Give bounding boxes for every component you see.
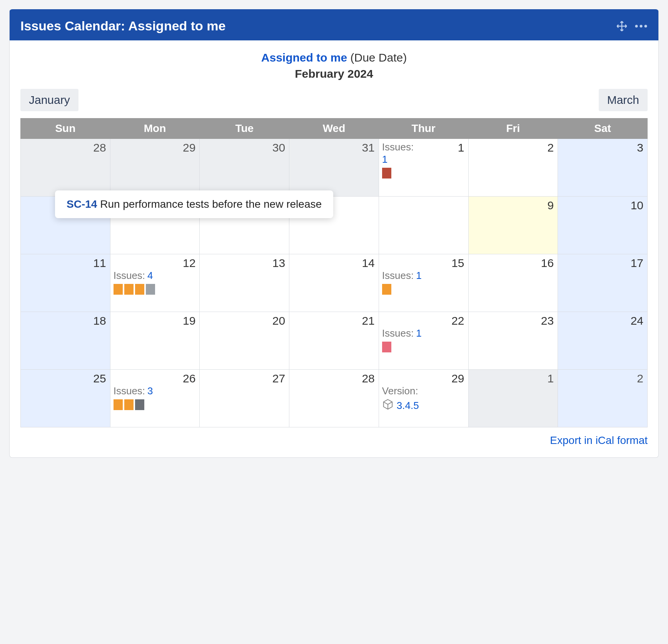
- cal-cell[interactable]: 2: [468, 139, 558, 197]
- priority-chip[interactable]: [382, 342, 391, 352]
- issues-label: Issues:: [114, 270, 145, 282]
- day-number: 20: [203, 314, 285, 327]
- priority-chip[interactable]: [146, 284, 155, 295]
- version-row[interactable]: 3.4.5: [382, 399, 464, 413]
- cal-cell[interactable]: 29 Version: 3.4.5: [379, 370, 468, 427]
- cal-cell[interactable]: 11: [21, 254, 110, 312]
- issues-count[interactable]: 1: [416, 270, 421, 282]
- day-number: 24: [561, 314, 643, 327]
- day-number: 2: [472, 141, 554, 154]
- day-number: 11: [24, 257, 106, 270]
- issues-count[interactable]: 1: [382, 153, 387, 165]
- cal-cell[interactable]: 21: [289, 312, 379, 370]
- priority-chip[interactable]: [135, 284, 144, 295]
- calendar-wrapper: Sun Mon Tue Wed Thur Fri Sat 28 29 30 31: [20, 118, 648, 427]
- day-number: 16: [472, 257, 554, 270]
- cal-cell[interactable]: 26 Issues: 3: [110, 370, 200, 427]
- day-number: 9: [472, 199, 554, 212]
- version-number[interactable]: 3.4.5: [397, 400, 419, 412]
- cal-cell[interactable]: 22 Issues: 1: [379, 312, 468, 370]
- cal-cell[interactable]: 1: [468, 370, 558, 427]
- more-icon[interactable]: [635, 24, 648, 28]
- svg-point-2: [645, 25, 647, 27]
- priority-chip[interactable]: [124, 399, 134, 410]
- cal-cell[interactable]: 23: [468, 312, 558, 370]
- next-month-button[interactable]: March: [599, 89, 648, 111]
- priority-chip[interactable]: [382, 284, 391, 295]
- cal-cell[interactable]: [379, 197, 468, 254]
- issues-line: Issues: 4: [114, 270, 196, 282]
- issues-line: Issues: 1: [382, 270, 464, 282]
- cal-cell[interactable]: 10: [558, 197, 648, 254]
- cal-cell[interactable]: 14: [289, 254, 379, 312]
- day-number: 17: [561, 257, 643, 270]
- dayhead-sun: Sun: [21, 118, 110, 139]
- priority-chip[interactable]: [124, 284, 134, 295]
- cal-cell[interactable]: 16: [468, 254, 558, 312]
- filter-link[interactable]: Assigned to me: [261, 51, 347, 64]
- day-number: 10: [561, 199, 643, 212]
- day-number: 25: [24, 372, 106, 385]
- cal-cell[interactable]: Issues: 1 1: [379, 139, 468, 197]
- export-row: Export in iCal format: [20, 434, 648, 447]
- cal-cell[interactable]: 30: [200, 139, 289, 197]
- cal-cell[interactable]: 18: [21, 312, 110, 370]
- dayhead-sat: Sat: [558, 118, 648, 139]
- cal-cell[interactable]: 20: [200, 312, 289, 370]
- version-label: Version:: [382, 385, 464, 397]
- day-number: 30: [203, 141, 285, 154]
- calendar-title: Assigned to me (Due Date) February 2024: [20, 50, 648, 82]
- move-icon[interactable]: [616, 20, 628, 32]
- cal-cell[interactable]: 25: [21, 370, 110, 427]
- priority-chips: [114, 399, 196, 410]
- cal-cell[interactable]: 3: [558, 139, 648, 197]
- cal-cell[interactable]: 31: [289, 139, 379, 197]
- priority-chip[interactable]: [382, 168, 391, 179]
- tooltip-issue-key[interactable]: SC-14: [67, 198, 97, 210]
- panel-title: Issues Calendar: Assigned to me: [20, 18, 225, 33]
- dayhead-wed: Wed: [289, 118, 379, 139]
- cal-cell[interactable]: 2: [558, 370, 648, 427]
- issues-line: Issues:: [382, 141, 414, 153]
- dayhead-mon: Mon: [110, 118, 200, 139]
- cal-cell[interactable]: 17: [558, 254, 648, 312]
- day-number: 26: [114, 372, 196, 385]
- panel-header: Issues Calendar: Assigned to me: [10, 12, 658, 40]
- cal-cell[interactable]: 28: [21, 139, 110, 197]
- day-number: 3: [561, 141, 643, 154]
- priority-chips: [382, 342, 464, 352]
- tooltip-issue-summary: Run performance tests before the new rel…: [100, 198, 322, 210]
- day-number: 29: [114, 141, 196, 154]
- cal-cell[interactable]: 29: [110, 139, 200, 197]
- issues-count[interactable]: 3: [147, 385, 153, 397]
- day-number: 14: [292, 257, 375, 270]
- priority-chip[interactable]: [135, 399, 144, 410]
- cal-cell[interactable]: 15 Issues: 1: [379, 254, 468, 312]
- current-month: February 2024: [295, 67, 373, 80]
- dayhead-fri: Fri: [468, 118, 558, 139]
- dayhead-tue: Tue: [200, 118, 289, 139]
- issues-label: Issues:: [382, 141, 414, 153]
- cal-cell[interactable]: 13: [200, 254, 289, 312]
- issues-count[interactable]: 1: [416, 327, 421, 339]
- cal-cell[interactable]: 12 Issues: 4: [110, 254, 200, 312]
- dayhead-thur: Thur: [379, 118, 468, 139]
- filter-suffix: (Due Date): [351, 51, 407, 64]
- issues-line: Issues: 3: [114, 385, 196, 397]
- priority-chip[interactable]: [114, 399, 123, 410]
- day-number: 21: [292, 314, 375, 327]
- prev-month-button[interactable]: January: [20, 89, 78, 111]
- export-ical-link[interactable]: Export in iCal format: [550, 434, 648, 446]
- issue-tooltip: SC-14 Run performance tests before the n…: [55, 190, 333, 218]
- day-number: 23: [472, 314, 554, 327]
- issues-calendar-panel: Issues Calendar: Assigned to me Assigned…: [9, 9, 659, 458]
- day-number: 28: [24, 141, 106, 154]
- cal-cell[interactable]: 19: [110, 312, 200, 370]
- priority-chips: [382, 284, 464, 295]
- cal-cell[interactable]: 24: [558, 312, 648, 370]
- cal-cell[interactable]: 27: [200, 370, 289, 427]
- priority-chip[interactable]: [114, 284, 123, 295]
- cal-cell-today[interactable]: 9: [468, 197, 558, 254]
- cal-cell[interactable]: 28: [289, 370, 379, 427]
- issues-count[interactable]: 4: [147, 270, 153, 282]
